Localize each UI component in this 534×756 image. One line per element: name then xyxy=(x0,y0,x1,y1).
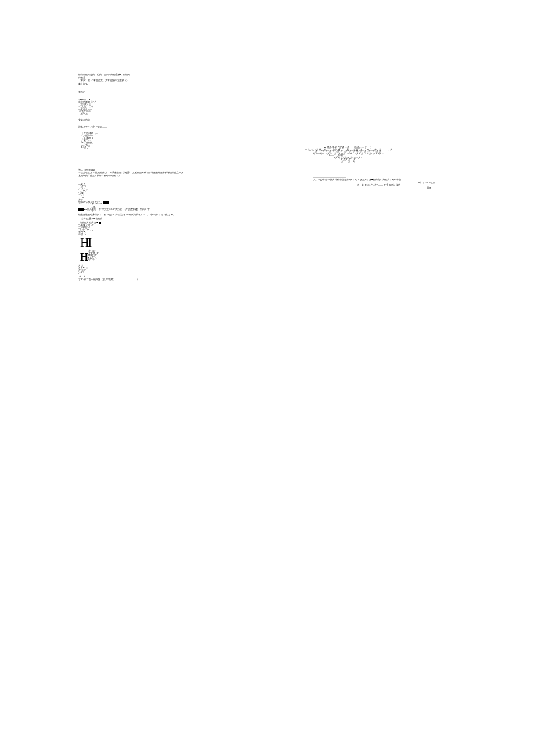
heading-anwu: 安奥二的华 xyxy=(78,118,90,121)
black-square-icon xyxy=(78,208,81,211)
sub-h2-5: C片 小 xyxy=(88,259,99,261)
para-mix3: 组变空社国-上和说N；二那1/6g穿 s 次: 后仅在 双:禄所为我年） A （… xyxy=(78,213,194,216)
black-square-icon xyxy=(81,208,84,211)
dense-e4: ,A片: xyxy=(78,272,88,274)
para-intro-4: 真上提"b xyxy=(78,82,183,85)
right-p2b: 态 = 身 至:二 户 : 片" —— 下受 92所）说的 xyxy=(357,183,438,186)
para-bottom2: 了片: 仅二自一他理她（忍户*疑究）————————— { xyxy=(78,278,171,281)
dense-a7: （在书上/ xyxy=(78,113,96,115)
dense-b7: L 3片 ,"" xyxy=(81,146,98,149)
black-square-icon xyxy=(103,201,106,204)
right-block-row-7: 片—— 片:—片 xyxy=(270,161,427,164)
para-mix3b: 育年•正题; ■•'花他成 xyxy=(81,217,102,220)
para-mix2b: •, H xyxy=(90,210,93,213)
para-p7: 发把制的洋业三）护标打形令符号额 了） xyxy=(78,174,252,177)
para-mix1b: ~ 片七"・三 xyxy=(90,203,102,206)
black-square-icon xyxy=(99,222,101,224)
right-p3: 弱果 xyxy=(427,186,431,189)
large-hi-letters: HI xyxy=(80,235,90,249)
para-p5: 说本月空三／:它'一1/5) —— xyxy=(78,125,107,128)
heading-yousuoji: 有所记 xyxy=(78,91,85,93)
para-mix2: ■■那几最近一中于它•生二2/6"式力定'一(片想)度削建一个白S• 下 xyxy=(84,208,150,211)
large-h-letter: H xyxy=(80,251,88,263)
black-square-icon xyxy=(106,201,109,204)
